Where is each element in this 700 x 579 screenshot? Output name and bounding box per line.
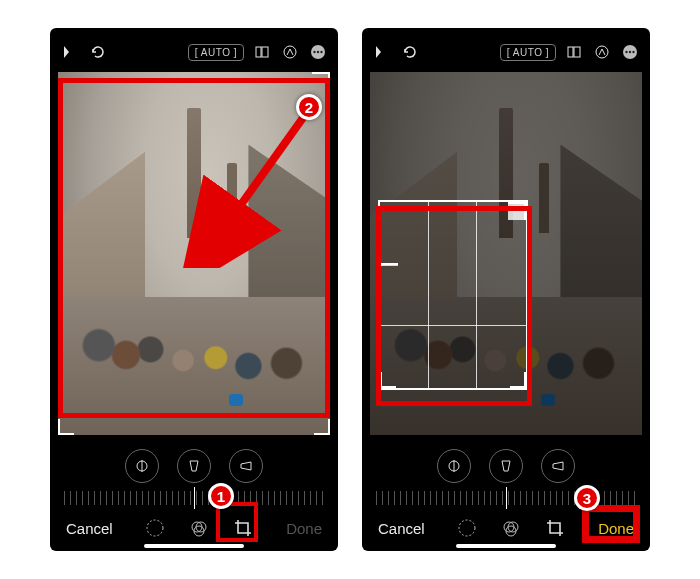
horizontal-perspective-tool[interactable] [541,449,575,483]
adjust-tab[interactable] [144,517,166,539]
auto-button[interactable]: [ AUTO ] [188,44,244,61]
markup-icon[interactable] [280,42,300,62]
photo-image [58,72,330,435]
svg-marker-28 [502,461,510,471]
more-icon[interactable] [308,42,328,62]
svg-point-15 [194,526,204,536]
photo-canvas[interactable] [370,72,642,435]
angle-dial[interactable] [376,487,636,509]
rotate-icon[interactable] [400,42,420,62]
svg-point-7 [320,51,322,53]
svg-point-6 [317,51,319,53]
svg-marker-11 [241,462,251,470]
flip-vertical-icon[interactable] [372,42,392,62]
vertical-perspective-tool[interactable] [177,449,211,483]
svg-rect-1 [256,47,261,57]
svg-point-25 [632,51,634,53]
crop-tab[interactable] [232,517,254,539]
done-button[interactable]: Done [598,520,634,537]
svg-rect-2 [262,47,268,57]
svg-point-24 [629,51,631,53]
svg-point-12 [147,520,163,536]
tutorial-two-up: [ AUTO ] Cancel [0,0,700,579]
svg-point-3 [284,46,296,58]
svg-point-23 [625,51,627,53]
angle-dial[interactable] [64,487,324,509]
svg-marker-29 [553,462,563,470]
aspect-icon[interactable] [564,42,584,62]
crop-selection[interactable] [378,200,528,390]
bottom-bar: Cancel Done [50,509,338,551]
horizontal-perspective-tool[interactable] [229,449,263,483]
svg-point-5 [313,51,315,53]
dial-center-marker [194,487,195,509]
edit-topbar: [ AUTO ] [50,28,338,68]
adjust-tab[interactable] [456,517,478,539]
more-icon[interactable] [620,42,640,62]
svg-rect-20 [574,47,580,57]
vertical-perspective-tool[interactable] [489,449,523,483]
edit-topbar: [ AUTO ] [362,28,650,68]
svg-point-21 [596,46,608,58]
crop-tab[interactable] [544,517,566,539]
filters-tab[interactable] [188,517,210,539]
svg-marker-10 [190,461,198,471]
home-indicator [144,544,244,548]
home-indicator [456,544,556,548]
svg-rect-19 [568,47,573,57]
markup-icon[interactable] [592,42,612,62]
crop-tool-row [50,439,338,487]
filters-tab[interactable] [500,517,522,539]
rotate-icon[interactable] [88,42,108,62]
done-button[interactable]: Done [286,520,322,537]
flip-vertical-icon[interactable] [60,42,80,62]
phone-right: [ AUTO ] [362,28,650,551]
svg-point-30 [459,520,475,536]
aspect-icon[interactable] [252,42,272,62]
photo-canvas[interactable] [58,72,330,435]
auto-button[interactable]: [ AUTO ] [500,44,556,61]
bottom-bar: Cancel Done [362,509,650,551]
cancel-button[interactable]: Cancel [66,520,113,537]
dial-center-marker [506,487,507,509]
phone-left: [ AUTO ] Cancel [50,28,338,551]
svg-marker-0 [64,46,69,58]
svg-marker-18 [376,46,381,58]
cancel-button[interactable]: Cancel [378,520,425,537]
straighten-tool[interactable] [437,449,471,483]
crop-tool-row [362,439,650,487]
svg-point-33 [506,526,516,536]
straighten-tool[interactable] [125,449,159,483]
